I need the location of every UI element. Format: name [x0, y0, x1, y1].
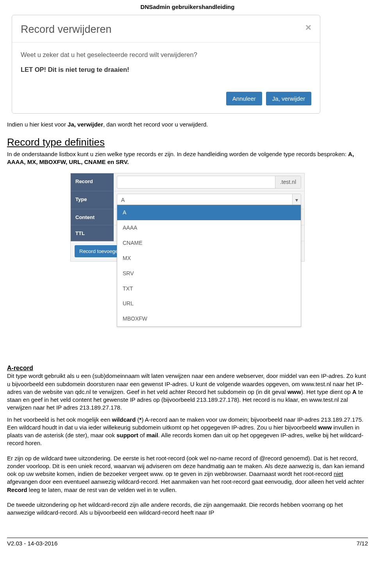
a-record-p2: In het voorbeeld is het ook mogelijk een… [7, 416, 368, 447]
type-option[interactable]: URL [117, 296, 301, 311]
page-number: 7/12 [357, 540, 368, 547]
section-heading: Record type definities [7, 135, 368, 149]
type-option[interactable]: A [117, 205, 301, 220]
dialog-title: Record verwijderen [21, 22, 112, 36]
a-record-p1: Dit type wordt gebruikt als u een (sub)d… [7, 372, 368, 412]
type-option[interactable]: SRV [117, 266, 301, 281]
label-type: Type [71, 191, 114, 209]
confirm-delete-button[interactable]: Ja, verwijder [266, 92, 311, 105]
record-input[interactable]: .test.nl [117, 176, 301, 189]
page-footer: V2.03 - 14-03-2016 7/12 [7, 538, 368, 553]
dialog-message: Weet u zeker dat u het geselecteerde rec… [21, 50, 311, 59]
cancel-button[interactable]: Annuleer [226, 92, 262, 105]
version-label: V2.03 - 14-03-2016 [7, 540, 57, 547]
type-option[interactable]: CNAME [117, 235, 301, 251]
delete-record-dialog: Record verwijderen × Weet u zeker dat u … [12, 15, 320, 114]
a-record-p3: Er zijn op de wildcard twee uitzondering… [7, 454, 368, 494]
type-option[interactable]: TXT [117, 281, 301, 296]
close-icon[interactable]: × [305, 22, 311, 32]
after-modal-text: Indien u hier kiest voor Ja, verwijder, … [7, 121, 368, 128]
add-record-form: Record .test.nl Type A ▾ Content [70, 173, 305, 262]
type-option[interactable]: MX [117, 251, 301, 266]
dialog-warning: LET OP! Dit is niet terug te draaien! [21, 65, 311, 74]
label-content: Content [71, 209, 114, 225]
type-option[interactable]: AAAA [117, 220, 301, 235]
type-dropdown: A AAAA CNAME MX SRV TXT URL MBOXFW [117, 205, 301, 327]
a-record-p4: De tweede uitzondering op het wildcard-r… [7, 501, 368, 517]
label-ttl: TTL [71, 225, 114, 241]
page-title: DNSadmin gebruikershandleiding [0, 0, 375, 13]
record-suffix: .test.nl [275, 176, 301, 188]
label-record: Record [71, 173, 114, 191]
section-intro: In de onderstaande listbox kunt u zien w… [7, 150, 368, 166]
a-record-heading: A-record [7, 364, 368, 372]
type-option[interactable]: MBOXFW [117, 311, 301, 326]
